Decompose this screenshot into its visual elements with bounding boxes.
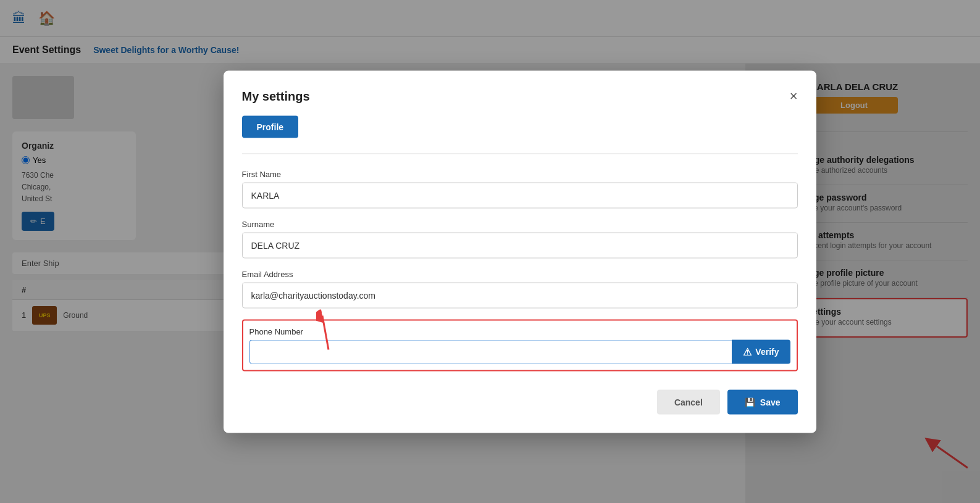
warning-icon: ⚠: [743, 346, 752, 357]
modal-close-button[interactable]: ×: [790, 89, 798, 103]
email-input[interactable]: [242, 282, 798, 308]
surname-label: Surname: [242, 219, 798, 228]
modal-footer: Cancel 💾 Save: [242, 389, 798, 414]
modal-divider: [242, 153, 798, 154]
arrow-annotation-bottom: [316, 309, 366, 352]
verify-button[interactable]: ⚠ Verify: [732, 339, 790, 364]
profile-tab[interactable]: Profile: [242, 115, 299, 138]
svg-line-5: [322, 315, 329, 349]
first-name-field: First Name: [242, 169, 798, 208]
my-settings-modal: My settings × Profile First Name Surname…: [224, 70, 816, 433]
email-field: Email Address: [242, 269, 798, 308]
surname-field: Surname: [242, 219, 798, 258]
email-label: Email Address: [242, 269, 798, 278]
save-button[interactable]: 💾 Save: [727, 389, 798, 414]
first-name-input[interactable]: [242, 182, 798, 208]
cancel-button[interactable]: Cancel: [657, 389, 720, 414]
modal-header: My settings ×: [242, 89, 798, 103]
save-icon: 💾: [745, 397, 755, 407]
modal-title: My settings: [242, 89, 310, 103]
surname-input[interactable]: [242, 232, 798, 258]
first-name-label: First Name: [242, 169, 798, 178]
